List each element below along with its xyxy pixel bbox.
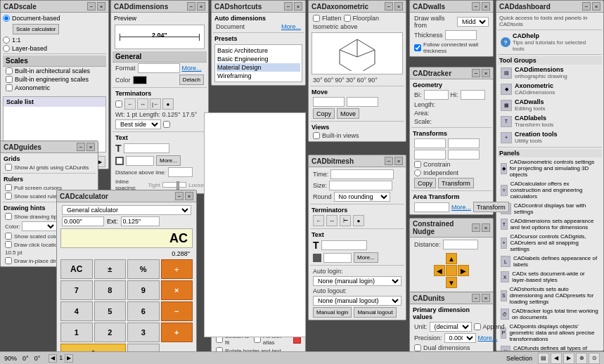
bitmesh-term4[interactable]: ●	[353, 215, 364, 226]
calc-9-btn[interactable]: 9	[127, 280, 160, 300]
y-input[interactable]: 0.000"	[448, 138, 480, 148]
panel-item-2[interactable]: = CADcalculator offers ex construction a…	[498, 179, 602, 201]
term-icon2[interactable]: ↔	[137, 98, 148, 110]
cadtracker-minimize[interactable]: −	[472, 69, 480, 77]
bottom-icon1[interactable]: ▤	[538, 353, 549, 364]
calc-minus-btn[interactable]: −	[161, 301, 193, 321]
preset-4[interactable]: Wireframing	[217, 72, 300, 80]
cadscale-header[interactable]: CADscale − ×	[1, 1, 108, 13]
caddimensions-minimize[interactable]: −	[187, 2, 195, 11]
color-swatch[interactable]	[133, 76, 147, 84]
distance-input[interactable]: 0.063"	[168, 167, 193, 177]
autologout-select[interactable]: None (manual logout)	[313, 296, 401, 306]
move-x[interactable]: 0.000"	[313, 97, 345, 107]
cadbitmesh-minimize[interactable]: −	[385, 157, 393, 165]
cadwalls-minimize[interactable]: −	[472, 2, 480, 11]
cadwalls-close[interactable]: ×	[482, 2, 490, 11]
cadcalculator-minimize[interactable]: −	[175, 192, 184, 200]
round-select[interactable]: No rounding	[334, 192, 390, 202]
autologin-select[interactable]: None (manual login)	[313, 276, 401, 286]
thickness-input[interactable]: 6.000"	[445, 30, 477, 40]
font-input[interactable]: Myriad Pro	[124, 143, 169, 153]
bitmesh-more-btn[interactable]: More...	[354, 252, 378, 263]
fontsize-input[interactable]: 12 pt	[126, 156, 154, 166]
bitmesh-fontsize-input[interactable]: 12 pt	[323, 253, 352, 263]
format-input[interactable]: Measurement	[138, 63, 180, 73]
panel-item-8[interactable]: S CADshortcuts sets auto dimensioning an…	[498, 285, 602, 306]
panel-item-1[interactable]: ◆ CADaxonometric controls settings for p…	[498, 157, 602, 179]
caddimensions-close[interactable]: ×	[197, 2, 205, 11]
panel-item-11[interactable]: U CADfunds defines all types of CAD unit…	[498, 344, 602, 351]
cadaxonometric-close[interactable]: ×	[394, 2, 403, 11]
color-select[interactable]	[22, 221, 57, 231]
cadunits-header[interactable]: CADunits − ×	[410, 292, 493, 304]
panel-item-9[interactable]: ⏱ CADtracker logs total time working on …	[498, 306, 602, 322]
bottom-icon5[interactable]: ⊙	[589, 353, 600, 364]
bitmesh-color-box[interactable]	[313, 254, 321, 262]
x-input[interactable]: 0.000"	[414, 138, 446, 148]
cadscale-axonometric[interactable]: Axonometric	[3, 84, 106, 92]
bottom-icon4[interactable]: ⊕	[576, 353, 587, 364]
calc-4-btn[interactable]: 4	[60, 301, 93, 321]
group-item-5[interactable]: + Creation tools Utility tools	[498, 129, 602, 145]
shortcuts-more[interactable]: More...	[281, 23, 301, 30]
area-input[interactable]: 0.00" all	[414, 202, 449, 212]
panel-item-10[interactable]: P CADpoints displays objects' geometric …	[498, 322, 602, 344]
calc-3-btn[interactable]: 3	[127, 323, 160, 342]
time-input[interactable]: mm/dd/y (10/5/21)	[330, 169, 394, 179]
group-item-1[interactable]: ▤ CADdimensions orthographic drawing	[498, 65, 602, 81]
tracker-transform-btn[interactable]: Transform	[438, 178, 474, 188]
calc-8-btn[interactable]: 8	[94, 280, 127, 300]
more-link[interactable]: More...	[182, 65, 202, 72]
calc-plusminus-btn[interactable]: ±	[94, 259, 127, 279]
preset-1[interactable]: Basic Architecture	[217, 46, 300, 55]
tracker-copy-btn[interactable]: Copy	[414, 178, 436, 188]
cadbitmesh-header[interactable]: CADbitmesh − ×	[309, 155, 406, 167]
calc-7-btn[interactable]: 7	[60, 280, 93, 300]
calc-percent-btn[interactable]: %	[127, 259, 160, 279]
fontsize-more[interactable]: More...	[156, 155, 181, 166]
nav-prev-btn[interactable]: ◀	[49, 354, 57, 363]
tracker-more[interactable]: More...	[451, 204, 471, 211]
cadshortcuts-minimize[interactable]: −	[284, 2, 293, 11]
nudge-right[interactable]: ▶	[458, 265, 469, 276]
preset-3[interactable]: Material Design	[217, 63, 300, 72]
term-icon4[interactable]: ●	[162, 98, 174, 110]
panel-item-6[interactable]: L CADlabels defines appearance of labels	[498, 254, 602, 269]
caddashboard-header[interactable]: CADdashboard − ×	[496, 1, 603, 13]
axon-move-btn[interactable]: Move	[337, 108, 359, 119]
calc-left-input[interactable]	[62, 216, 104, 226]
caddashboard-close[interactable]: ×	[592, 2, 600, 11]
show-grids-row[interactable]: Show AI grids using CADunits	[2, 163, 96, 171]
cadaxonometric-header[interactable]: CADaxonometric − ×	[309, 1, 406, 13]
cadnudge-minimize[interactable]: −	[472, 223, 480, 232]
area-transform-btn[interactable]: Transform	[473, 202, 509, 212]
nudge-up[interactable]: ▲	[446, 253, 457, 264]
cadtracker-close[interactable]: ×	[482, 69, 490, 77]
calc-6-btn[interactable]: 6	[127, 301, 160, 321]
panel-item-3[interactable]: ▦ CADcontrol displays bar with settings	[498, 201, 602, 216]
scale-calculator-btn[interactable]: Scale calculator	[13, 24, 59, 34]
calc-2-btn[interactable]: 2	[94, 323, 127, 342]
nudge-left[interactable]: ◀	[434, 265, 445, 276]
calc-ac-btn[interactable]: AC	[60, 259, 93, 279]
slider-thumb[interactable]	[176, 181, 179, 190]
calc-type-select[interactable]: General calculator	[62, 205, 191, 215]
h-input[interactable]: 0.000"	[448, 150, 480, 160]
panel-item-4[interactable]: T CADdimensions sets appearance and text…	[498, 216, 602, 232]
calc-1-btn[interactable]: 1	[60, 323, 93, 342]
spacing-slider[interactable]	[162, 182, 186, 188]
units-more[interactable]: More...	[478, 334, 498, 342]
cadscale-document-based[interactable]: Document-based	[3, 15, 106, 22]
cadscale-eng-scales[interactable]: Built-in engineering scales	[3, 75, 106, 84]
calc-divide-btn[interactable]: ÷	[161, 259, 193, 279]
bottom-icon2[interactable]: ◀	[551, 353, 562, 364]
detach-btn[interactable]: Detach	[179, 74, 204, 85]
cadunits-minimize[interactable]: −	[472, 294, 480, 302]
bi-input[interactable]	[424, 90, 449, 100]
cadshortcuts-close[interactable]: ×	[294, 2, 302, 11]
color-box[interactable]	[115, 157, 124, 165]
cadguides-header[interactable]: CADguides − ×	[1, 141, 98, 153]
cadaxonometric-minimize[interactable]: −	[385, 2, 393, 11]
calc-plus-btn[interactable]: +	[161, 323, 193, 342]
